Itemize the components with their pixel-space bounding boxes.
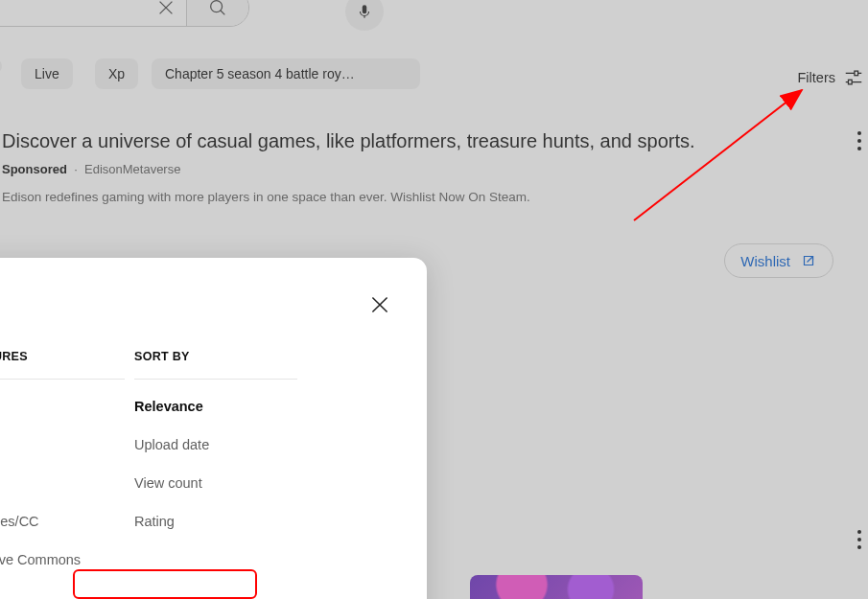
sort-opt-upload-date[interactable]: Upload date bbox=[134, 437, 297, 452]
svg-point-6 bbox=[857, 147, 861, 150]
svg-rect-3 bbox=[849, 80, 853, 84]
tune-icon bbox=[843, 67, 864, 88]
search-icon bbox=[207, 0, 228, 18]
clear-search-button[interactable] bbox=[145, 0, 187, 27]
filter-opt-live[interactable]: Live bbox=[0, 399, 125, 414]
svg-rect-1 bbox=[363, 5, 367, 13]
svg-point-5 bbox=[857, 139, 861, 143]
sort-opt-view-count[interactable]: View count bbox=[134, 475, 297, 491]
more-options-button-2[interactable] bbox=[856, 529, 862, 550]
chip-xp[interactable]: Xp bbox=[95, 58, 138, 89]
wishlist-button[interactable]: Wishlist bbox=[724, 243, 833, 278]
microphone-icon bbox=[356, 3, 373, 20]
vertical-dots-icon bbox=[856, 130, 862, 151]
svg-point-4 bbox=[857, 131, 861, 135]
sponsored-advertiser[interactable]: EdisonMetaverse bbox=[84, 162, 180, 176]
filter-head-features: FEATURES bbox=[0, 350, 125, 380]
search-bar[interactable] bbox=[0, 0, 249, 27]
svg-rect-2 bbox=[855, 71, 858, 76]
filter-opt-4k[interactable]: 4K bbox=[0, 437, 125, 452]
svg-point-9 bbox=[857, 545, 861, 549]
search-button[interactable] bbox=[187, 0, 248, 27]
x-icon bbox=[367, 292, 392, 317]
x-icon bbox=[155, 0, 176, 18]
voice-search-button[interactable] bbox=[345, 0, 384, 31]
sponsored-block: Discover a universe of casual games, lik… bbox=[2, 130, 695, 204]
svg-point-7 bbox=[857, 530, 861, 534]
sort-opt-rating[interactable]: Rating bbox=[134, 514, 297, 529]
external-link-icon bbox=[800, 252, 817, 269]
svg-point-8 bbox=[857, 538, 861, 541]
sponsored-dot: · bbox=[71, 162, 84, 176]
filter-opt-creative-commons[interactable]: Creative Commons bbox=[0, 552, 125, 567]
close-dialog-button[interactable] bbox=[367, 292, 392, 317]
filter-column-features: FEATURES Live 4K HD Subtitles/CC Creativ… bbox=[0, 350, 125, 567]
filter-column-sortby: SORT BY Relevance Upload date View count… bbox=[134, 350, 297, 567]
chip-live[interactable]: Live bbox=[21, 58, 73, 89]
sponsored-headline[interactable]: Discover a universe of casual games, lik… bbox=[2, 130, 695, 152]
sort-opt-relevance[interactable]: Relevance bbox=[134, 399, 297, 414]
filter-head-sortby: SORT BY bbox=[134, 350, 297, 380]
filters-label: Filters bbox=[798, 70, 835, 85]
filter-opt-hd[interactable]: HD bbox=[0, 475, 125, 491]
filters-button[interactable]: Filters bbox=[794, 61, 868, 94]
chip-previous[interactable] bbox=[0, 58, 2, 74]
more-options-button[interactable] bbox=[856, 130, 862, 151]
filter-opt-subtitles[interactable]: Subtitles/CC bbox=[0, 514, 125, 529]
chip-chapter[interactable]: Chapter 5 season 4 battle roy… bbox=[152, 58, 420, 89]
sponsored-description: Edison redefines gaming with more player… bbox=[2, 190, 695, 204]
video-thumbnail-2[interactable] bbox=[470, 575, 643, 599]
sponsored-tag: Sponsored bbox=[2, 162, 67, 176]
sponsored-subline: Sponsored · EdisonMetaverse bbox=[2, 162, 695, 176]
wishlist-label: Wishlist bbox=[740, 253, 790, 269]
filters-dialog: DURATION minutes utes minutes FEATURES L… bbox=[0, 258, 427, 599]
vertical-dots-icon bbox=[856, 529, 862, 550]
